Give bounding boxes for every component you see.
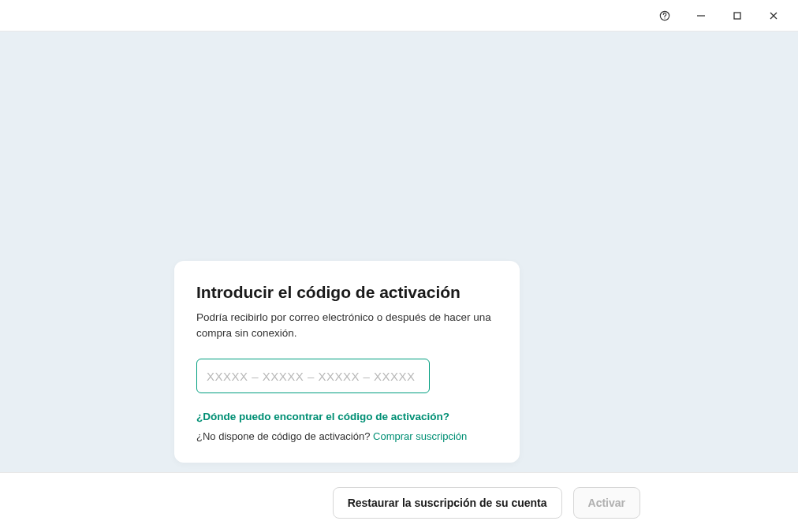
restore-subscription-button[interactable]: Restaurar la suscripción de su cuenta [333, 487, 562, 519]
no-code-row: ¿No dispone de código de activación? Com… [196, 430, 498, 442]
minimize-icon [695, 10, 707, 21]
maximize-icon [732, 10, 743, 21]
card-subtitle: Podría recibirlo por correo electrónico … [196, 310, 498, 342]
activation-card: Introducir el código de activación Podrí… [174, 261, 520, 463]
footer: Restaurar la suscripción de su cuenta Ac… [0, 472, 798, 532]
svg-rect-3 [734, 13, 740, 19]
activation-code-input[interactable] [196, 359, 430, 393]
minimize-button[interactable] [683, 0, 719, 32]
svg-point-1 [664, 17, 665, 18]
maximize-button[interactable] [719, 0, 755, 32]
card-title: Introducir el código de activación [196, 283, 498, 302]
find-code-link[interactable]: ¿Dónde puedo encontrar el código de acti… [196, 411, 498, 422]
titlebar [0, 0, 798, 32]
no-code-text: ¿No dispone de código de activación? [196, 430, 373, 442]
close-button[interactable] [755, 0, 792, 32]
help-button[interactable] [647, 0, 683, 32]
activate-button[interactable]: Activar [573, 487, 640, 519]
help-icon [659, 10, 670, 21]
close-icon [768, 10, 779, 21]
buy-subscription-link[interactable]: Comprar suscripción [373, 430, 467, 442]
content-area: Introducir el código de activación Podrí… [0, 32, 798, 472]
